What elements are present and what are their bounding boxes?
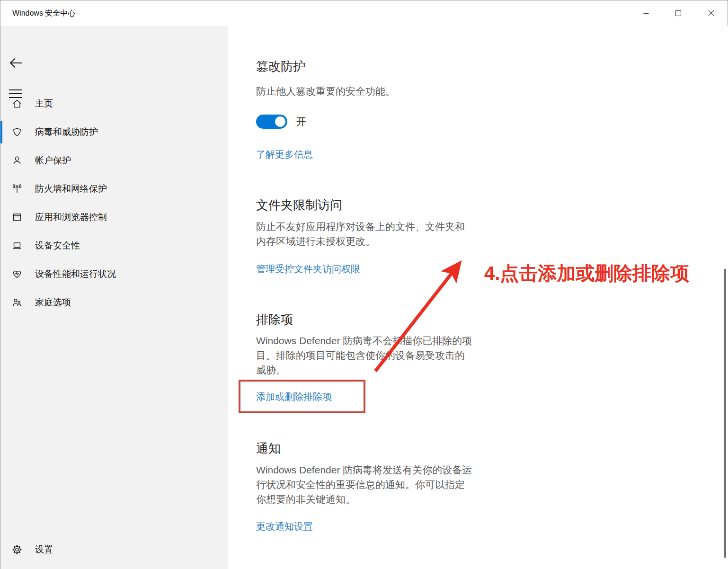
window-title: Windows 安全中心 [12, 9, 75, 18]
sidebar-item-label: 主页 [35, 98, 53, 110]
sidebar-item-label: 帐户保护 [35, 154, 71, 167]
toggle-knob [275, 116, 285, 127]
laptop-icon [11, 240, 23, 251]
app-window-icon [11, 212, 23, 223]
section-notifications: 通知 Windows Defender 防病毒将发送有关你的设备运行状况和安全性… [256, 440, 484, 533]
sidebar-item-label: 病毒和威胁防护 [35, 126, 98, 138]
sidebar-nav: 主页 病毒和威胁防护 帐户保护 防火墙和网络保护 [0, 89, 228, 317]
add-remove-exclusions-link[interactable]: 添加或删除排除项 [256, 391, 332, 403]
sidebar-item-label: 设备安全性 [35, 240, 80, 252]
section-title: 通知 [256, 440, 484, 456]
shield-icon [11, 126, 23, 138]
sidebar-item-label: 防火墙和网络保护 [35, 183, 107, 195]
sidebar-item-virus-threat-protection[interactable]: 病毒和威胁防护 [0, 118, 228, 146]
section-title: 文件夹限制访问 [256, 197, 484, 213]
back-button[interactable] [8, 55, 24, 71]
sidebar-item-account-protection[interactable]: 帐户保护 [0, 146, 228, 175]
maximize-icon [675, 9, 682, 17]
sidebar-item-app-browser-control[interactable]: 应用和浏览器控制 [0, 203, 228, 231]
close-button[interactable] [700, 0, 722, 26]
learn-more-link[interactable]: 了解更多信息 [256, 148, 313, 160]
close-icon [707, 9, 715, 17]
gear-icon [11, 544, 23, 555]
sidebar-item-family-options[interactable]: 家庭选项 [0, 288, 228, 317]
section-title: 篡改防护 [256, 58, 484, 74]
family-icon [11, 297, 23, 308]
section-title: 排除项 [256, 311, 484, 328]
sidebar-item-label: 应用和浏览器控制 [35, 211, 107, 223]
tamper-toggle-row: 开 [256, 115, 484, 129]
home-icon [11, 98, 23, 109]
annotation-highlight-box: 添加或删除排除项 [239, 380, 365, 413]
sidebar-item-home[interactable]: 主页 [0, 89, 228, 118]
minimize-icon [642, 9, 650, 17]
sidebar-item-label: 家庭选项 [35, 296, 71, 309]
back-arrow-icon [9, 57, 23, 69]
change-notification-settings-link[interactable]: 更改通知设置 [256, 520, 313, 533]
tamper-protection-toggle[interactable] [256, 115, 287, 129]
sidebar-item-device-security[interactable]: 设备安全性 [0, 231, 228, 260]
person-icon [11, 155, 23, 166]
section-controlled-folder-access: 文件夹限制访问 防止不友好应用程序对设备上的文件、文件夹和内存区域进行未授权更改… [256, 197, 484, 275]
section-description: Windows Defender 防病毒不会扫描你已排除的项目。排除的项目可能包… [256, 333, 474, 377]
minimize-button[interactable] [635, 0, 657, 26]
heart-pulse-icon [11, 268, 23, 280]
section-description: 防止他人篡改重要的安全功能。 [256, 84, 474, 98]
sidebar-item-label: 设备性能和运行状况 [35, 268, 116, 280]
manage-controlled-folder-access-link[interactable]: 管理受控文件夹访问权限 [256, 263, 360, 275]
section-exclusions: 排除项 Windows Defender 防病毒不会扫描你已排除的项目。排除的项… [256, 311, 484, 413]
scrollbar-thumb[interactable] [724, 269, 726, 558]
section-description: Windows Defender 防病毒将发送有关你的设备运行状况和安全性的重要… [256, 462, 474, 507]
network-antenna-icon [11, 183, 23, 195]
maximize-button[interactable] [667, 0, 689, 26]
sidebar: 主页 病毒和威胁防护 帐户保护 防火墙和网络保护 [0, 26, 228, 569]
section-tamper-protection: 篡改防护 防止他人篡改重要的安全功能。 开 了解更多信息 [256, 58, 484, 160]
annotation-step-text: 4.点击添加或删除排除项 [484, 260, 689, 286]
windows-security-window: Windows 安全中心 主页 [0, 0, 728, 569]
sidebar-item-settings[interactable]: 设置 [0, 535, 228, 564]
sidebar-item-label: 设置 [35, 543, 53, 556]
titlebar: Windows 安全中心 [0, 0, 728, 26]
toggle-state-label: 开 [296, 115, 306, 128]
sidebar-item-device-performance-health[interactable]: 设备性能和运行状况 [0, 260, 228, 288]
sidebar-item-firewall-network[interactable]: 防火墙和网络保护 [0, 175, 228, 203]
main-content: 篡改防护 防止他人篡改重要的安全功能。 开 了解更多信息 文件夹限制访问 防止不… [228, 26, 728, 569]
section-description: 防止不友好应用程序对设备上的文件、文件夹和内存区域进行未授权更改。 [256, 219, 474, 249]
